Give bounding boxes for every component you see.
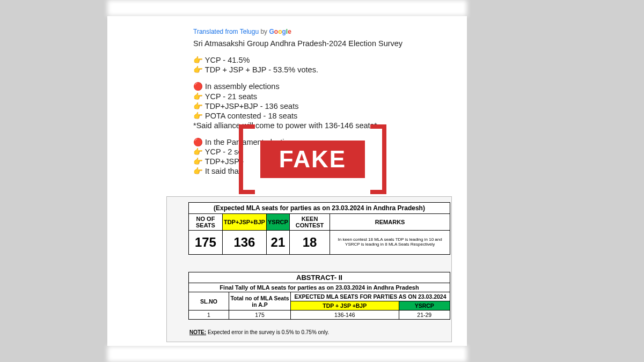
- table1-val-ysrcp: 21: [266, 231, 289, 255]
- note-text: Expected error in the survey is 0.5% to …: [206, 329, 329, 335]
- blurred-background-bottom: [107, 346, 467, 362]
- point-icon: 👉: [193, 65, 203, 74]
- note-label: NOTE:: [189, 329, 206, 335]
- table1-hdr-remarks: REMARKS: [330, 214, 450, 231]
- table2-row-total: 175: [229, 311, 291, 320]
- table1-hdr-seats: NO OF SEATS: [189, 214, 223, 231]
- table2-hdr-tdp: TDP + JSP +BJP: [291, 301, 399, 311]
- table2-row-tdp: 136-146: [291, 311, 399, 320]
- assembly-header: 🔴 In assembly elections: [193, 82, 402, 91]
- table1-val-tdp: 136: [222, 231, 266, 255]
- table2-hdr-expected: EXPECTED MLA SEATS FOR PARTIES AS ON 23.…: [291, 292, 450, 301]
- red-circle-icon: 🔴: [193, 138, 203, 146]
- abstract-2-table: ABSTRACT- II Final Tally of MLA seats fo…: [188, 272, 450, 320]
- fake-label: FAKE: [260, 141, 365, 178]
- translate-attribution: Translated from Telugu by Google: [193, 28, 291, 35]
- google-logo: Google: [269, 28, 291, 35]
- point-icon: 👉: [193, 56, 203, 64]
- embedded-image: (Expected MLA seats for parties as on 23…: [166, 196, 452, 342]
- table2-hdr-total: Total no of MLA Seats in A.P: [229, 292, 291, 311]
- post-title: Sri Atmasakshi Group Andhra Pradesh-2024…: [193, 39, 402, 48]
- survey-note: NOTE: Expected error in the survey is 0.…: [189, 329, 329, 335]
- assembly-line-3: 👉 POTA contested - 18 seats: [193, 111, 402, 121]
- vote-line-2: 👉 TDP + JSP + BJP - 53.5% votes.: [193, 65, 402, 75]
- point-icon: 👉: [193, 112, 203, 120]
- point-icon: 👉: [193, 157, 203, 166]
- bracket-right-icon: [370, 124, 386, 194]
- table1-hdr-ysrcp: YSRCP: [266, 214, 289, 231]
- point-icon: 👉: [193, 147, 203, 156]
- red-circle-icon: 🔴: [193, 82, 203, 91]
- assembly-line-1: 👉 YCP - 21 seats: [193, 92, 402, 101]
- fake-stamp-overlay: FAKE: [239, 124, 386, 194]
- blurred-background-top: [107, 0, 467, 16]
- translate-prefix: Translated from Telugu: [193, 28, 259, 35]
- assembly-line-2: 👉 TDP+JSP+BJP - 136 seats: [193, 101, 402, 111]
- table1-hdr-keen: KEEN CONTEST: [289, 214, 330, 231]
- table2-title: ABSTRACT- II: [189, 272, 450, 283]
- point-icon: 👉: [193, 92, 203, 101]
- translate-by: by: [260, 28, 267, 35]
- table1-caption: (Expected MLA seats for parties as on 23…: [189, 203, 450, 214]
- table2-hdr-ysrcp: YSRCP: [399, 301, 450, 311]
- table2-row-slno: 1: [189, 311, 229, 320]
- abstract-1-table: (Expected MLA seats for parties as on 23…: [188, 202, 450, 255]
- vote-line-1: 👉 YCP - 41.5%: [193, 55, 402, 65]
- point-icon: 👉: [193, 102, 203, 110]
- table1-val-remarks: In keen contest 18 MLA seats TDP is lead…: [330, 231, 450, 255]
- table1-val-keen: 18: [289, 231, 330, 255]
- table2-hdr-slno: SL.NO: [189, 292, 229, 311]
- table2-row-ysrcp: 21-29: [399, 311, 450, 320]
- table1-hdr-tdp: TDP+JSP+BJP: [222, 214, 266, 231]
- bracket-left-icon: [239, 124, 255, 194]
- table1-val-seats: 175: [189, 231, 223, 255]
- table2-subtitle: Final Tally of MLA seats for parties as …: [189, 283, 450, 292]
- point-icon: 👉: [193, 167, 203, 175]
